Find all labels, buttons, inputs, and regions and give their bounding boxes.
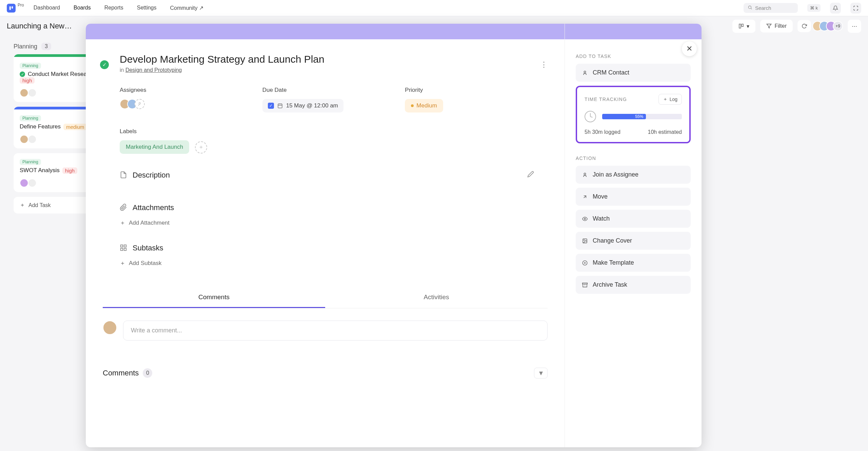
- app-logo[interactable]: [7, 4, 16, 13]
- fullscreen-button[interactable]: [850, 3, 861, 14]
- avatar: [28, 135, 37, 144]
- notifications-button[interactable]: [830, 3, 841, 14]
- archive-task-button[interactable]: Archive Task: [576, 276, 691, 294]
- priority-dot-icon: [411, 104, 414, 107]
- calendar-icon: [277, 103, 283, 108]
- action-label: Action: [576, 156, 691, 161]
- card-priority: high: [62, 167, 77, 174]
- mark-complete-button[interactable]: ✓: [100, 60, 109, 69]
- make-template-button[interactable]: Make Template: [576, 254, 691, 272]
- filter-icon: [766, 23, 772, 29]
- check-icon: ✓: [20, 71, 25, 77]
- due-date-value: 15 May @ 12:00 am: [286, 102, 338, 109]
- avatar: [28, 179, 37, 187]
- priority-field[interactable]: Medium: [405, 99, 443, 112]
- labels-label: Labels: [120, 128, 548, 135]
- nav-reports[interactable]: Reports: [104, 5, 123, 11]
- svg-rect-0: [9, 6, 11, 10]
- card-chip: Planning: [20, 115, 41, 121]
- svg-rect-8: [278, 104, 282, 108]
- time-percent: 55%: [635, 114, 643, 119]
- time-tracking-panel: Time tracking ＋ Log 55% 5h 30m logged 10…: [576, 86, 691, 143]
- card-priority: high: [20, 77, 35, 84]
- add-attachment-button[interactable]: ＋ Add Attachment: [120, 219, 548, 227]
- plus-icon: ＋: [120, 259, 125, 267]
- tab-activities[interactable]: Activities: [325, 287, 548, 308]
- log-time-button[interactable]: ＋ Log: [658, 94, 682, 105]
- current-user-avatar: [103, 321, 117, 335]
- view-dropdown[interactable]: ▾: [732, 20, 755, 33]
- svg-rect-14: [124, 248, 126, 250]
- top-nav-links: Dashboard Boards Reports Settings Commun…: [34, 5, 203, 11]
- comments-count-badge: 0: [143, 368, 152, 378]
- user-icon: [582, 172, 588, 178]
- task-title[interactable]: Develop Marketing Strategy and Launch Pl…: [120, 54, 548, 65]
- time-progress-fill: 55%: [602, 114, 646, 119]
- svg-line-18: [584, 196, 586, 198]
- avatar-overflow[interactable]: +9: [833, 21, 843, 31]
- subtasks-icon: [120, 244, 128, 252]
- add-subtask-button[interactable]: ＋ Add Subtask: [120, 259, 548, 267]
- assignees-label: Assignees: [120, 87, 262, 94]
- label-chip[interactable]: Marketing And Launch: [120, 140, 189, 154]
- svg-point-16: [584, 71, 586, 73]
- plus-icon: ＋: [120, 219, 125, 227]
- due-date-field[interactable]: ✓ 15 May @ 12:00 am: [262, 99, 343, 112]
- assignee-avatars: [120, 99, 262, 109]
- column-name: Planning: [14, 43, 37, 50]
- arrow-icon: [582, 194, 588, 200]
- edit-description-button[interactable]: [527, 171, 534, 180]
- subtasks-section-header: Subtasks: [120, 244, 548, 252]
- svg-rect-1: [12, 6, 13, 8]
- tab-comments[interactable]: Comments: [103, 287, 325, 308]
- avatar: [20, 179, 28, 187]
- svg-point-7: [139, 102, 141, 104]
- comments-sort-dropdown[interactable]: ▾: [534, 368, 548, 378]
- card-chip: Planning: [20, 159, 41, 165]
- comment-input[interactable]: Write a comment...: [123, 321, 548, 341]
- svg-point-21: [584, 240, 585, 240]
- filter-label: Filter: [774, 23, 787, 29]
- watch-button[interactable]: Watch: [576, 210, 691, 228]
- modal-sidebar: Add to task CRM Contact Time tracking ＋ …: [565, 24, 702, 447]
- add-assignee-button[interactable]: [135, 99, 145, 109]
- detail-tabs: Comments Activities: [103, 287, 548, 308]
- refresh-button[interactable]: [797, 20, 811, 32]
- breadcrumb-link[interactable]: Design and Prototyping: [125, 67, 182, 73]
- task-detail-modal: ✕ ✓ Develop Marketing Strategy and Launc…: [86, 24, 702, 447]
- time-tracking-label: Time tracking: [585, 97, 627, 102]
- change-cover-button[interactable]: Change Cover: [576, 232, 691, 250]
- description-icon: [120, 171, 128, 179]
- join-assignee-button[interactable]: Join as Assignee: [576, 166, 691, 184]
- nav-settings[interactable]: Settings: [137, 5, 157, 11]
- task-more-button[interactable]: ⋮: [540, 60, 548, 69]
- member-avatars[interactable]: +9: [816, 21, 843, 31]
- card-chip: Planning: [20, 63, 41, 69]
- crm-contact-button[interactable]: CRM Contact: [576, 64, 691, 82]
- user-plus-icon: [137, 102, 142, 106]
- svg-point-2: [748, 6, 751, 8]
- close-modal-button[interactable]: ✕: [682, 41, 697, 56]
- svg-rect-25: [583, 283, 588, 284]
- pro-badge: Pro: [18, 3, 24, 7]
- add-label-button[interactable]: ＋: [195, 141, 207, 153]
- card-title-text: SWOT Analysis: [20, 167, 60, 174]
- nav-boards[interactable]: Boards: [74, 5, 91, 11]
- move-button[interactable]: Move: [576, 188, 691, 206]
- top-nav-bar: Pro Dashboard Boards Reports Settings Co…: [0, 0, 868, 16]
- nav-dashboard[interactable]: Dashboard: [34, 5, 60, 11]
- user-icon: [582, 70, 588, 76]
- plus-circle-icon: [582, 260, 588, 266]
- eye-icon: [582, 216, 588, 222]
- kanban-icon: [738, 23, 744, 29]
- add-to-task-label: Add to task: [576, 54, 691, 59]
- svg-point-19: [584, 218, 586, 220]
- due-date-label: Due Date: [262, 87, 405, 94]
- nav-community[interactable]: Community ↗: [170, 5, 203, 11]
- board-more-button[interactable]: ⋯: [848, 20, 861, 33]
- svg-rect-13: [124, 245, 126, 247]
- filter-button[interactable]: Filter: [760, 20, 793, 33]
- card-title-text: Define Features: [20, 123, 61, 130]
- search-input[interactable]: Search: [744, 3, 798, 13]
- add-task-label: Add Task: [28, 202, 51, 208]
